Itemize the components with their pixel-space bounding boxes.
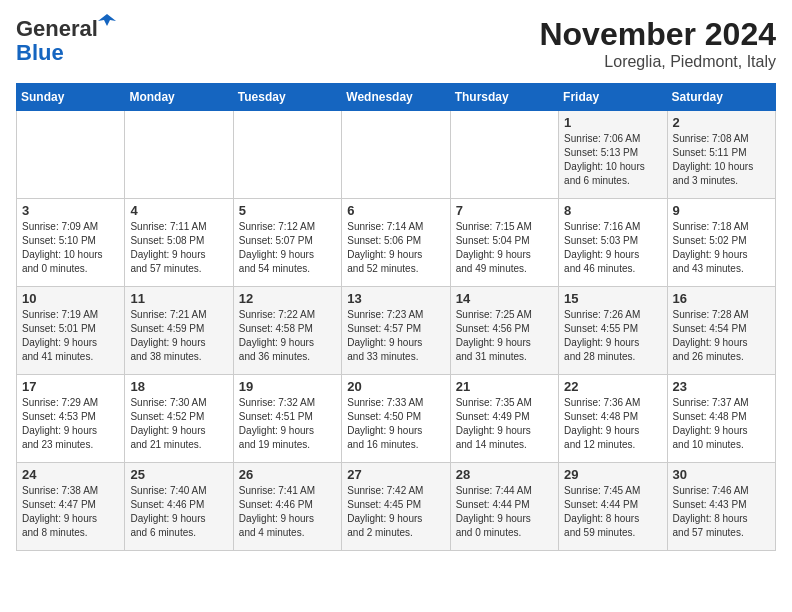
calendar-cell: 23Sunrise: 7:37 AM Sunset: 4:48 PM Dayli…	[667, 375, 775, 463]
calendar-cell: 16Sunrise: 7:28 AM Sunset: 4:54 PM Dayli…	[667, 287, 775, 375]
weekday-header: Monday	[125, 84, 233, 111]
weekday-header: Thursday	[450, 84, 558, 111]
logo-bird-icon	[98, 12, 116, 30]
logo-blue: Blue	[16, 40, 64, 66]
day-info: Sunrise: 7:28 AM Sunset: 4:54 PM Dayligh…	[673, 308, 770, 364]
day-number: 10	[22, 291, 119, 306]
day-number: 25	[130, 467, 227, 482]
day-number: 13	[347, 291, 444, 306]
day-info: Sunrise: 7:08 AM Sunset: 5:11 PM Dayligh…	[673, 132, 770, 188]
day-info: Sunrise: 7:15 AM Sunset: 5:04 PM Dayligh…	[456, 220, 553, 276]
calendar-cell	[17, 111, 125, 199]
calendar-week-row: 3Sunrise: 7:09 AM Sunset: 5:10 PM Daylig…	[17, 199, 776, 287]
day-number: 27	[347, 467, 444, 482]
day-info: Sunrise: 7:42 AM Sunset: 4:45 PM Dayligh…	[347, 484, 444, 540]
calendar-cell	[342, 111, 450, 199]
calendar-cell: 13Sunrise: 7:23 AM Sunset: 4:57 PM Dayli…	[342, 287, 450, 375]
day-info: Sunrise: 7:19 AM Sunset: 5:01 PM Dayligh…	[22, 308, 119, 364]
day-info: Sunrise: 7:11 AM Sunset: 5:08 PM Dayligh…	[130, 220, 227, 276]
title-area: November 2024 Loreglia, Piedmont, Italy	[539, 16, 776, 71]
calendar-cell: 15Sunrise: 7:26 AM Sunset: 4:55 PM Dayli…	[559, 287, 667, 375]
day-number: 14	[456, 291, 553, 306]
calendar-cell: 24Sunrise: 7:38 AM Sunset: 4:47 PM Dayli…	[17, 463, 125, 551]
weekday-header: Wednesday	[342, 84, 450, 111]
calendar-cell: 19Sunrise: 7:32 AM Sunset: 4:51 PM Dayli…	[233, 375, 341, 463]
weekday-header: Sunday	[17, 84, 125, 111]
day-info: Sunrise: 7:14 AM Sunset: 5:06 PM Dayligh…	[347, 220, 444, 276]
calendar-cell: 3Sunrise: 7:09 AM Sunset: 5:10 PM Daylig…	[17, 199, 125, 287]
day-info: Sunrise: 7:29 AM Sunset: 4:53 PM Dayligh…	[22, 396, 119, 452]
day-info: Sunrise: 7:06 AM Sunset: 5:13 PM Dayligh…	[564, 132, 661, 188]
day-number: 29	[564, 467, 661, 482]
calendar-cell: 21Sunrise: 7:35 AM Sunset: 4:49 PM Dayli…	[450, 375, 558, 463]
day-info: Sunrise: 7:35 AM Sunset: 4:49 PM Dayligh…	[456, 396, 553, 452]
day-info: Sunrise: 7:32 AM Sunset: 4:51 PM Dayligh…	[239, 396, 336, 452]
calendar-cell: 18Sunrise: 7:30 AM Sunset: 4:52 PM Dayli…	[125, 375, 233, 463]
calendar-cell: 5Sunrise: 7:12 AM Sunset: 5:07 PM Daylig…	[233, 199, 341, 287]
day-number: 21	[456, 379, 553, 394]
day-number: 19	[239, 379, 336, 394]
calendar-cell: 2Sunrise: 7:08 AM Sunset: 5:11 PM Daylig…	[667, 111, 775, 199]
day-info: Sunrise: 7:16 AM Sunset: 5:03 PM Dayligh…	[564, 220, 661, 276]
day-number: 15	[564, 291, 661, 306]
day-number: 6	[347, 203, 444, 218]
day-number: 3	[22, 203, 119, 218]
day-info: Sunrise: 7:30 AM Sunset: 4:52 PM Dayligh…	[130, 396, 227, 452]
day-number: 18	[130, 379, 227, 394]
logo: General Blue	[16, 16, 98, 66]
day-info: Sunrise: 7:09 AM Sunset: 5:10 PM Dayligh…	[22, 220, 119, 276]
weekday-header: Saturday	[667, 84, 775, 111]
location-title: Loreglia, Piedmont, Italy	[539, 53, 776, 71]
day-number: 2	[673, 115, 770, 130]
day-info: Sunrise: 7:41 AM Sunset: 4:46 PM Dayligh…	[239, 484, 336, 540]
calendar-cell: 25Sunrise: 7:40 AM Sunset: 4:46 PM Dayli…	[125, 463, 233, 551]
calendar-cell: 8Sunrise: 7:16 AM Sunset: 5:03 PM Daylig…	[559, 199, 667, 287]
calendar-cell: 1Sunrise: 7:06 AM Sunset: 5:13 PM Daylig…	[559, 111, 667, 199]
day-info: Sunrise: 7:36 AM Sunset: 4:48 PM Dayligh…	[564, 396, 661, 452]
day-number: 4	[130, 203, 227, 218]
day-number: 23	[673, 379, 770, 394]
calendar-cell: 20Sunrise: 7:33 AM Sunset: 4:50 PM Dayli…	[342, 375, 450, 463]
day-number: 17	[22, 379, 119, 394]
day-number: 8	[564, 203, 661, 218]
calendar: SundayMondayTuesdayWednesdayThursdayFrid…	[16, 83, 776, 551]
day-info: Sunrise: 7:38 AM Sunset: 4:47 PM Dayligh…	[22, 484, 119, 540]
calendar-week-row: 10Sunrise: 7:19 AM Sunset: 5:01 PM Dayli…	[17, 287, 776, 375]
day-number: 24	[22, 467, 119, 482]
calendar-cell: 4Sunrise: 7:11 AM Sunset: 5:08 PM Daylig…	[125, 199, 233, 287]
day-number: 20	[347, 379, 444, 394]
day-info: Sunrise: 7:33 AM Sunset: 4:50 PM Dayligh…	[347, 396, 444, 452]
day-number: 26	[239, 467, 336, 482]
calendar-cell	[233, 111, 341, 199]
calendar-week-row: 1Sunrise: 7:06 AM Sunset: 5:13 PM Daylig…	[17, 111, 776, 199]
calendar-cell: 29Sunrise: 7:45 AM Sunset: 4:44 PM Dayli…	[559, 463, 667, 551]
calendar-cell: 7Sunrise: 7:15 AM Sunset: 5:04 PM Daylig…	[450, 199, 558, 287]
day-info: Sunrise: 7:44 AM Sunset: 4:44 PM Dayligh…	[456, 484, 553, 540]
day-number: 5	[239, 203, 336, 218]
day-info: Sunrise: 7:26 AM Sunset: 4:55 PM Dayligh…	[564, 308, 661, 364]
calendar-cell: 17Sunrise: 7:29 AM Sunset: 4:53 PM Dayli…	[17, 375, 125, 463]
day-info: Sunrise: 7:45 AM Sunset: 4:44 PM Dayligh…	[564, 484, 661, 540]
day-info: Sunrise: 7:25 AM Sunset: 4:56 PM Dayligh…	[456, 308, 553, 364]
calendar-cell	[450, 111, 558, 199]
day-number: 28	[456, 467, 553, 482]
day-info: Sunrise: 7:21 AM Sunset: 4:59 PM Dayligh…	[130, 308, 227, 364]
month-title: November 2024	[539, 16, 776, 53]
calendar-cell: 26Sunrise: 7:41 AM Sunset: 4:46 PM Dayli…	[233, 463, 341, 551]
day-number: 1	[564, 115, 661, 130]
day-number: 7	[456, 203, 553, 218]
calendar-header: SundayMondayTuesdayWednesdayThursdayFrid…	[17, 84, 776, 111]
calendar-cell: 28Sunrise: 7:44 AM Sunset: 4:44 PM Dayli…	[450, 463, 558, 551]
calendar-cell: 10Sunrise: 7:19 AM Sunset: 5:01 PM Dayli…	[17, 287, 125, 375]
day-info: Sunrise: 7:23 AM Sunset: 4:57 PM Dayligh…	[347, 308, 444, 364]
weekday-header: Friday	[559, 84, 667, 111]
day-info: Sunrise: 7:40 AM Sunset: 4:46 PM Dayligh…	[130, 484, 227, 540]
day-number: 16	[673, 291, 770, 306]
day-info: Sunrise: 7:18 AM Sunset: 5:02 PM Dayligh…	[673, 220, 770, 276]
svg-marker-0	[98, 14, 116, 26]
calendar-cell: 14Sunrise: 7:25 AM Sunset: 4:56 PM Dayli…	[450, 287, 558, 375]
calendar-cell: 11Sunrise: 7:21 AM Sunset: 4:59 PM Dayli…	[125, 287, 233, 375]
header: General Blue November 2024 Loreglia, Pie…	[16, 16, 776, 71]
calendar-cell: 30Sunrise: 7:46 AM Sunset: 4:43 PM Dayli…	[667, 463, 775, 551]
calendar-week-row: 24Sunrise: 7:38 AM Sunset: 4:47 PM Dayli…	[17, 463, 776, 551]
